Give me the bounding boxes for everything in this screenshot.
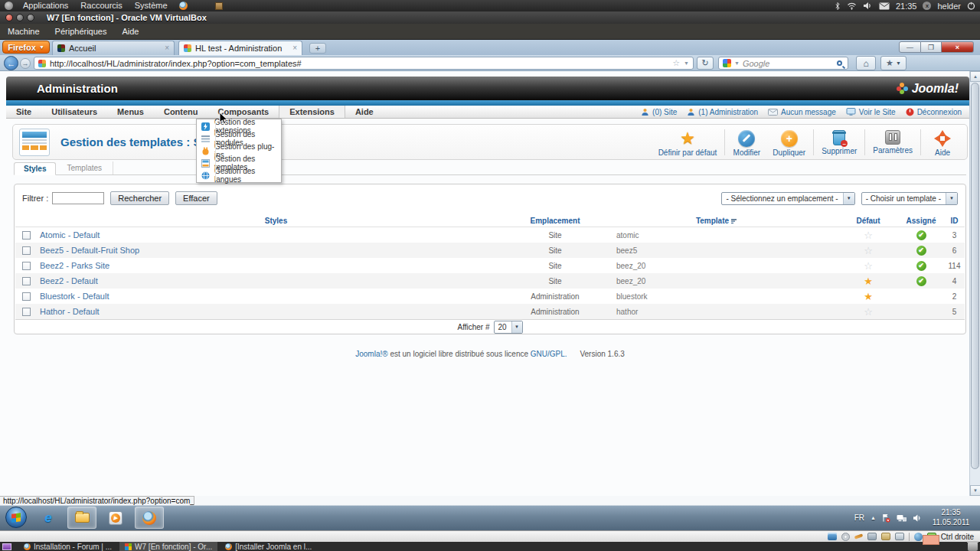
taskbar-wmp-button[interactable]: ▶: [101, 507, 130, 529]
location-select[interactable]: - Sélectionnez un emplacement -▼: [721, 192, 854, 205]
trash-icon[interactable]: [968, 543, 978, 551]
taskbar-firefox-button[interactable]: [135, 507, 164, 529]
url-dropdown-icon[interactable]: ▼: [684, 60, 689, 66]
scroll-up-icon[interactable]: ▲: [970, 71, 980, 82]
header-template[interactable]: Template: [595, 217, 838, 225]
workspace-switcher-icon[interactable]: [2, 543, 11, 550]
logout-link[interactable]: Déconnexion: [906, 108, 962, 116]
search-box[interactable]: ▼ Google: [718, 57, 848, 70]
host-menu-applications[interactable]: Applications: [18, 0, 74, 11]
style-link[interactable]: Beez2 - Default: [40, 276, 98, 285]
tab-hl-test-administration[interactable]: HL test - Administration ×: [178, 41, 302, 55]
clear-button[interactable]: Effacer: [175, 191, 217, 205]
tab-templates[interactable]: Templates: [56, 161, 113, 174]
vbox-menu-machine[interactable]: Machine: [0, 24, 47, 40]
display-icon[interactable]: [895, 533, 904, 540]
vbox-menu-aide[interactable]: Aide: [114, 24, 146, 40]
scrollbar-thumb[interactable]: [971, 83, 979, 469]
taskbar-ie-button[interactable]: e: [34, 507, 63, 529]
row-checkbox[interactable]: [22, 277, 31, 285]
host-menu-systeme[interactable]: Système: [129, 0, 173, 11]
row-checkbox[interactable]: [22, 231, 31, 240]
power-icon[interactable]: [967, 2, 975, 10]
menu-extensions[interactable]: Extensions: [279, 106, 345, 118]
header-assigned[interactable]: Assigné: [898, 217, 944, 225]
menu-menus[interactable]: Menus: [107, 106, 154, 118]
template-select[interactable]: - Choisir un template -▼: [861, 192, 958, 205]
language-indicator[interactable]: FR: [854, 514, 864, 522]
action-center-icon[interactable]: [882, 514, 890, 523]
style-link[interactable]: Beez5 - Default-Fruit Shop: [40, 246, 139, 255]
menu-aide[interactable]: Aide: [345, 106, 384, 118]
scroll-down-icon[interactable]: ▼: [970, 485, 980, 496]
default-star-off-icon[interactable]: ☆: [864, 245, 873, 256]
default-star-off-icon[interactable]: ☆: [864, 306, 873, 318]
default-star-off-icon[interactable]: ☆: [864, 230, 873, 241]
license-link[interactable]: GNU/GPL.: [531, 350, 567, 358]
view-site-link[interactable]: Voir le Site: [846, 108, 896, 116]
forward-button[interactable]: →: [20, 58, 31, 69]
menu-contenu[interactable]: Contenu: [154, 106, 208, 118]
taskbar-explorer-button[interactable]: [67, 507, 96, 529]
host-clock[interactable]: 21:35: [896, 2, 917, 11]
header-styles[interactable]: Styles: [37, 217, 515, 225]
bluetooth-icon[interactable]: [835, 2, 841, 11]
set-default-button[interactable]: ★ Définir par défaut: [652, 128, 724, 157]
shared-folders-icon[interactable]: [881, 533, 890, 540]
tray-expand-icon[interactable]: ▲: [871, 515, 876, 520]
usb-icon[interactable]: [854, 533, 863, 540]
default-star-on-icon[interactable]: ★: [864, 291, 873, 302]
filter-input[interactable]: [52, 192, 104, 204]
scrollbar[interactable]: ▲ ▼: [969, 71, 980, 496]
help-button[interactable]: Aide: [923, 128, 962, 157]
minimize-button[interactable]: —: [899, 41, 921, 53]
hdd-icon[interactable]: [828, 533, 837, 540]
style-link[interactable]: Bluestork - Default: [40, 292, 109, 301]
tray-volume-icon[interactable]: [913, 514, 922, 523]
volume-icon[interactable]: [863, 2, 873, 10]
bookmarks-button[interactable]: ★▼: [880, 56, 906, 70]
reload-button[interactable]: ↻: [697, 57, 714, 70]
tab-close-icon[interactable]: ×: [292, 44, 297, 52]
search-icon[interactable]: [837, 60, 842, 66]
host-window-installer-joomla[interactable]: [Installer Joomla en l...: [220, 542, 317, 551]
header-default[interactable]: Défaut: [838, 217, 898, 225]
taskbar-clock[interactable]: 21:3511.05.2011: [925, 507, 977, 527]
vbox-maximize-button[interactable]: [27, 14, 34, 21]
url-bar[interactable]: http://localhost/HL/administrator/index.…: [34, 57, 694, 70]
menu-gestion-langues[interactable]: Gestion des langues: [197, 169, 281, 181]
style-link[interactable]: Atomic - Default: [40, 230, 100, 240]
package-tray-icon[interactable]: [215, 2, 223, 10]
default-star-off-icon[interactable]: ☆: [864, 260, 873, 272]
network-icon[interactable]: [897, 514, 906, 523]
delete-button[interactable]: Supprimer: [815, 128, 863, 155]
options-button[interactable]: Paramètres: [867, 128, 919, 155]
wifi-icon[interactable]: [847, 2, 857, 10]
row-checkbox[interactable]: [22, 246, 31, 255]
host-menu-raccourcis[interactable]: Raccourcis: [75, 0, 127, 11]
mail-icon[interactable]: [879, 2, 890, 10]
default-star-on-icon[interactable]: ★: [864, 276, 873, 287]
header-id[interactable]: ID: [944, 217, 965, 225]
host-username[interactable]: helder: [937, 2, 961, 11]
close-button[interactable]: ×: [942, 41, 974, 53]
site-users-link[interactable]: (0) Site: [641, 108, 677, 116]
admin-users-link[interactable]: (1) Administration: [687, 108, 758, 116]
firefox-app-button[interactable]: Firefox▼: [2, 41, 50, 54]
new-tab-button[interactable]: +: [309, 43, 326, 54]
network-adapter-icon[interactable]: [867, 533, 877, 540]
row-checkbox[interactable]: [22, 308, 31, 316]
start-button[interactable]: [5, 507, 27, 528]
tab-close-icon[interactable]: ×: [165, 44, 169, 52]
header-location[interactable]: Emplacement: [515, 217, 595, 225]
tab-accueil[interactable]: Accueil ×: [52, 41, 175, 55]
bookmark-star-icon[interactable]: ☆: [672, 58, 680, 68]
messages-link[interactable]: Aucun message: [768, 108, 836, 116]
host-window-installation-forum[interactable]: Installation - Forum | ...: [18, 542, 117, 551]
vbox-minimize-button[interactable]: [16, 14, 24, 21]
features-icon[interactable]: [914, 533, 923, 541]
menu-utilisateurs[interactable]: Utilisateurs: [41, 106, 107, 118]
vbox-close-button[interactable]: [5, 14, 13, 21]
menu-site[interactable]: Site: [6, 106, 41, 118]
firefox-launcher-icon[interactable]: [179, 2, 188, 10]
